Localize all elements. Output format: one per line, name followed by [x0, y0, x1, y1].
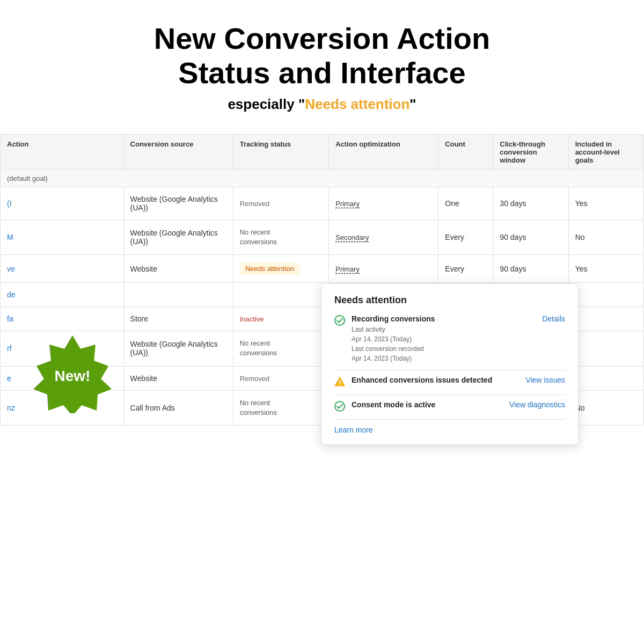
row-tracking: No recentconversions [233, 390, 329, 425]
row-included [568, 283, 643, 307]
row-included [568, 307, 643, 331]
row-count: Every [438, 255, 493, 283]
col-header-count: Count [438, 134, 493, 170]
table-row: M Website (Google Analytics (UA)) No rec… [1, 219, 644, 254]
row-action: (I [1, 187, 124, 219]
row-action: M [1, 219, 124, 254]
row-tracking: Removed [233, 187, 329, 219]
popup-divider [334, 370, 565, 370]
row-ctw: 30 days [493, 187, 568, 219]
row-tracking: Needs attention [233, 255, 329, 283]
row-source: Website (Google Analytics (UA)) [123, 219, 233, 254]
col-header-included: Included in account-level goals [568, 134, 643, 170]
row-included: No [568, 219, 643, 254]
needs-attention-popup: Needs attention Recording conversions De… [321, 283, 579, 445]
learn-more-link[interactable]: Learn more [334, 426, 373, 434]
popup-footer: Learn more [334, 425, 565, 435]
popup-item-enhanced: Enhanced conversions issues detected Vie… [334, 376, 565, 388]
row-source: Website (Google Analytics (UA)) [123, 331, 233, 366]
popup-item-content: Enhanced conversions issues detected Vie… [352, 376, 565, 384]
popup-item-recording: Recording conversions Details Last activ… [334, 314, 565, 363]
row-source: Store [123, 307, 233, 331]
row-included: No [568, 390, 643, 425]
row-source: Website [123, 255, 233, 283]
popup-item-label: Enhanced conversions issues detected [352, 376, 492, 384]
view-issues-link[interactable]: View issues [525, 376, 565, 384]
check-circle-icon-2 [334, 401, 346, 413]
table-section-header: (default goal) [1, 170, 644, 187]
table-header-row: Action Conversion source Tracking status… [1, 134, 644, 170]
popup-item-content: Recording conversions Details Last activ… [352, 314, 565, 363]
row-source: Call from Ads [123, 390, 233, 425]
col-header-optimization: Action optimization [329, 134, 438, 170]
popup-divider-footer [334, 419, 565, 420]
details-link[interactable]: Details [542, 314, 565, 323]
section-header-label: (default goal) [1, 170, 644, 187]
col-header-tracking: Tracking status [233, 134, 329, 170]
row-source: Website (Google Analytics (UA)) [123, 187, 233, 219]
svg-point-5 [339, 384, 340, 385]
row-optimization: Primary [329, 255, 438, 283]
popup-item-label: Consent mode is active [352, 400, 435, 409]
check-circle-icon [334, 315, 346, 327]
popup-item-label: Recording conversions [352, 314, 435, 323]
row-action: de [1, 283, 124, 307]
row-source [123, 283, 233, 307]
row-count: One [438, 187, 493, 219]
col-header-ctw: Click-through conversion window [493, 134, 568, 170]
row-optimization: Secondary [329, 219, 438, 254]
svg-point-2 [335, 316, 345, 325]
row-included: Yes [568, 187, 643, 219]
row-ctw: 90 days [493, 219, 568, 254]
row-tracking: No recentconversions [233, 219, 329, 254]
svg-text:New!: New! [55, 368, 91, 384]
table-row: ve Website Needs attention Primary Every… [1, 255, 644, 283]
popup-item-content: Consent mode is active View diagnostics [352, 400, 565, 409]
row-action: ve [1, 255, 124, 283]
popup-divider [334, 394, 565, 395]
row-count: Every [438, 219, 493, 254]
col-header-source: Conversion source [123, 134, 233, 170]
view-diagnostics-link[interactable]: View diagnostics [509, 400, 565, 409]
row-tracking: No recentconversions [233, 331, 329, 366]
row-included [568, 366, 643, 390]
row-optimization: Primary [329, 187, 438, 219]
page-subtitle: especially "Needs attention" [11, 96, 633, 113]
col-header-action: Action [1, 134, 124, 170]
popup-item-meta: Last activityApr 14, 2023 (Today)Last co… [352, 325, 565, 363]
new-badge: New! [32, 333, 113, 413]
row-action: fa [1, 307, 124, 331]
page-header: New Conversion Action Status and Interfa… [0, 0, 644, 123]
popup-item-consent: Consent mode is active View diagnostics [334, 400, 565, 413]
page-title: New Conversion Action Status and Interfa… [11, 21, 633, 91]
row-included [568, 331, 643, 366]
popup-title: Needs attention [334, 295, 565, 306]
row-source: Website [123, 366, 233, 390]
row-included: Yes [568, 255, 643, 283]
row-tracking [233, 283, 329, 307]
row-ctw: 90 days [493, 255, 568, 283]
row-tracking: Removed [233, 366, 329, 390]
warning-icon [334, 376, 346, 388]
svg-point-6 [335, 401, 345, 411]
row-tracking: Inactive [233, 307, 329, 331]
table-row: (I Website (Google Analytics (UA)) Remov… [1, 187, 644, 219]
